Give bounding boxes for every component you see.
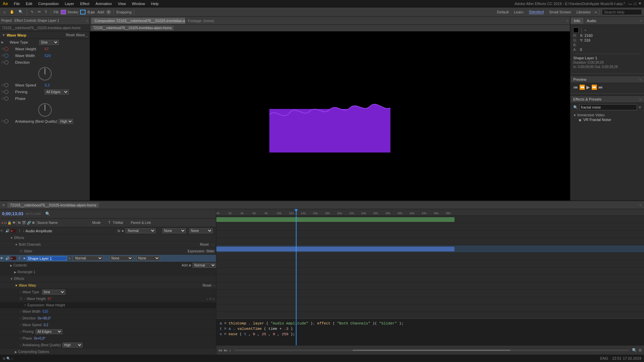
rpanel-menu[interactable]: ≡ — [638, 19, 644, 22]
preview-last[interactable]: ⏭ — [598, 84, 603, 90]
search-icon-tl[interactable]: 🔍 — [45, 212, 50, 216]
menu-composition[interactable]: Composition — [36, 1, 61, 6]
effects-arrow[interactable]: ▼ — [10, 236, 13, 240]
menu-file[interactable]: File — [11, 1, 22, 6]
hand-tool[interactable]: ✋ — [8, 9, 16, 15]
learn-label[interactable]: Learn — [514, 10, 523, 14]
pinning-select[interactable]: All Edges Left Edge Right Edge — [45, 89, 69, 95]
slider-stopwatch[interactable]: ⏱ — [19, 249, 23, 253]
lc-icon5[interactable]: fx — [18, 221, 21, 225]
layer1-mode-select[interactable]: Normal — [125, 228, 156, 233]
layer1-trkmat-select[interactable]: None — [162, 228, 186, 233]
preview-play[interactable]: ▶ — [586, 84, 590, 90]
layer2-effects-arrow[interactable]: ▼ — [10, 277, 13, 281]
comp-tab-main[interactable]: Composition 72103__robinhood76__01025-tr… — [91, 18, 185, 24]
prop-stopwatch-phase[interactable]: ⏱ — [1, 97, 4, 100]
tl-ctrl-2[interactable]: ⏭ — [224, 348, 228, 353]
menu-help[interactable]: Help — [148, 1, 161, 6]
lc-icon4[interactable]: 👁 — [12, 221, 16, 225]
layer1-solo[interactable]: ● — [11, 229, 16, 233]
layer1-audio[interactable]: 🔊 — [5, 229, 11, 233]
antialiasing-select[interactable]: High Low — [59, 119, 73, 124]
tl-ctrl-3[interactable]: ♪ — [229, 348, 231, 353]
add-btn[interactable]: + — [106, 10, 111, 14]
effects-search-clear[interactable]: ✕ — [638, 105, 641, 110]
contents-arrow[interactable]: ▶ — [10, 264, 12, 267]
fill-swatch[interactable] — [61, 10, 66, 14]
solo-icon[interactable]: ● — [1, 221, 3, 225]
menu-edit[interactable]: Edit — [23, 1, 35, 6]
zoom-tool[interactable]: 🔍 — [17, 9, 24, 15]
menu-view[interactable]: View — [115, 1, 129, 6]
co-arrow[interactable]: ▶ — [15, 350, 17, 354]
menu-animation[interactable]: Animation — [93, 1, 115, 6]
lc-icon7[interactable]: 🔗 — [27, 221, 31, 225]
pin-select-tl[interactable]: All Edges — [36, 329, 62, 334]
prop-stopwatch-wave-height[interactable]: ⏱ — [1, 47, 4, 51]
both-channels-reset[interactable]: Reset — [200, 243, 209, 246]
menu-window[interactable]: Window — [129, 1, 148, 6]
close-button[interactable]: ✕ — [638, 1, 641, 6]
tl-ctrl-5[interactable]: ⚙ — [638, 348, 642, 353]
project-tab[interactable]: Project — [1, 19, 12, 22]
timeline-tab[interactable]: 72103__robinhood76__01025-trombitas-alpe… — [7, 202, 99, 208]
layer2-vis[interactable]: 👁 — [0, 256, 5, 260]
timeline-menu[interactable]: ≡ — [639, 203, 641, 207]
both-channels-arrow[interactable]: ▼ — [15, 243, 18, 246]
more-options[interactable]: » — [595, 10, 597, 14]
comp-sub-tab-label[interactable]: 72103__robinhood76__01025-trombitas-alpe… — [91, 25, 174, 31]
wave-warp-tl-reset[interactable]: Reset — [203, 284, 211, 287]
home-btn[interactable]: ⌂ — [2, 9, 7, 15]
panel-menu-icon[interactable]: ≡ — [86, 19, 88, 22]
layer2-parent-select[interactable]: None — [137, 256, 160, 261]
lc-icon8[interactable]: ⚙ — [32, 221, 35, 225]
prop-value-wave-speed[interactable]: 0,2 — [45, 83, 50, 87]
layer1-parent-select[interactable]: None — [189, 228, 213, 233]
minimize-button[interactable]: — — [628, 2, 632, 6]
layer1-vis[interactable]: 👁 — [0, 229, 5, 233]
ws-value-tl[interactable]: 0,2 — [44, 323, 48, 327]
layer2-trkmat-select[interactable]: None — [110, 256, 133, 261]
audio-tab[interactable]: Audio — [583, 18, 599, 24]
preview-prev[interactable]: ⏪ — [579, 84, 585, 90]
ww-value-tl[interactable]: 520 — [43, 310, 48, 313]
wave-type-select[interactable]: Sine Square Triangle — [39, 40, 59, 45]
layer2-audio[interactable]: 🔊 — [5, 256, 11, 260]
lc-icon6[interactable]: 🎬 — [22, 221, 26, 225]
lc-icon3[interactable]: 🔒 — [7, 221, 11, 225]
effect-about-btn[interactable]: About _ — [76, 33, 88, 37]
timeline-scroll[interactable] — [234, 350, 629, 351]
small-screen-label[interactable]: Small Screen — [549, 10, 571, 14]
search-help-input[interactable] — [602, 9, 642, 15]
wh-stopwatch[interactable]: ⏱ — [19, 297, 23, 301]
layer1-name[interactable]: Audio Amplitude — [25, 229, 117, 233]
lc-icon2[interactable]: □ — [4, 221, 6, 225]
timeline-ruler[interactable]: 0s 2s 4s 6s 8s 10s 12s 14s 16s 18s 20s 2… — [216, 209, 644, 216]
wh-value-tl[interactable]: 67 — [48, 297, 51, 301]
menu-layer[interactable]: Layer — [62, 1, 77, 6]
standard-label[interactable]: Standard — [529, 10, 544, 14]
timeline-expand-icon[interactable]: ≡ — [3, 203, 5, 207]
add-btn-label[interactable]: Add ⊕ — [181, 263, 191, 267]
prop-stopwatch-antialiasing[interactable]: ⏱ — [1, 120, 4, 123]
layer2-name-input[interactable] — [27, 256, 67, 261]
rect1-arrow[interactable]: ▶ — [14, 270, 16, 274]
prop-value-wave-height[interactable]: 67 — [45, 47, 49, 51]
wt-select-tl[interactable]: Sine — [42, 290, 65, 295]
prop-stopwatch-direction[interactable]: ⏱ — [1, 61, 4, 64]
comp-panel-menu[interactable]: ≡ — [567, 19, 569, 22]
effects-search-input[interactable] — [579, 104, 637, 110]
phase-dial[interactable] — [38, 103, 52, 117]
stroke-swatch[interactable] — [80, 10, 86, 14]
select-tool[interactable]: ↖ — [30, 9, 35, 15]
menu-effect[interactable]: Effect — [77, 1, 92, 6]
layer2-mode-select[interactable]: Normal — [73, 256, 103, 261]
wave-warp-tl-arrow[interactable]: ▼ — [15, 284, 18, 287]
text-tool[interactable]: T — [44, 9, 49, 15]
playhead-ruler[interactable] — [296, 209, 297, 216]
prop-value-wave-width[interactable]: 520 — [45, 54, 51, 58]
layer2-solo[interactable]: ● — [11, 256, 16, 260]
effect-controls-tab[interactable]: Effect Controls Shape Layer 1 — [14, 19, 59, 22]
dir-value-tl[interactable]: 0x+90,0° — [38, 316, 51, 320]
immersive-video-header[interactable]: ▼ Immersive Video — [573, 113, 641, 117]
